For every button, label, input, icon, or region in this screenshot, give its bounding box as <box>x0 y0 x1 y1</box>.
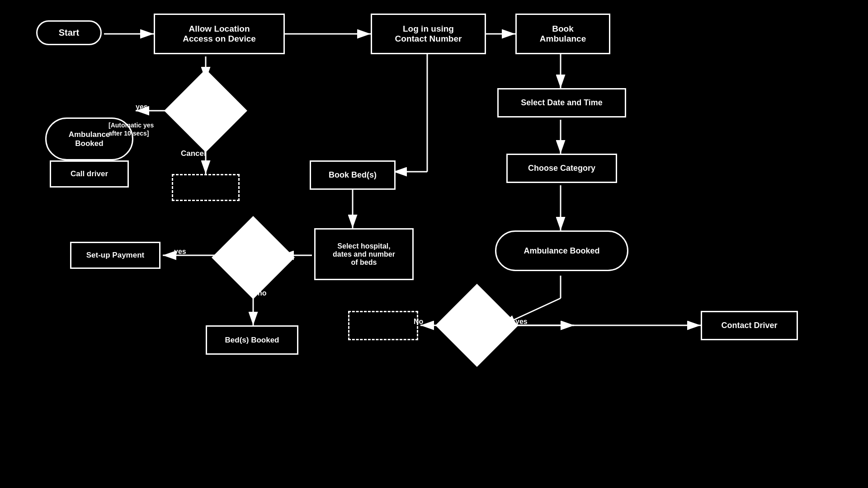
book-ambulance-node: Book Ambulance <box>515 14 610 54</box>
setup-payment-node: Set-up Payment <box>70 242 160 269</box>
select-date-label: Select Date and Time <box>521 98 603 108</box>
svg-rect-3 <box>212 216 295 299</box>
no-label-2: No <box>414 318 423 326</box>
ambulance-booked-right-label: Ambulance Booked <box>524 246 599 256</box>
svg-rect-2 <box>164 69 247 152</box>
cancel-label: Cancel <box>181 149 206 158</box>
allow-location-node: Allow Location Access on Device <box>154 14 285 54</box>
dashed-box-1 <box>172 174 240 201</box>
book-ambulance-label: Book Ambulance <box>540 24 586 44</box>
setup-payment-label: Set-up Payment <box>86 251 144 260</box>
auto-yes-label: [Automatic yesafter 10 secs] <box>108 121 154 137</box>
yes-label-1: yes <box>136 103 148 111</box>
yes-label-3: yes <box>515 318 528 326</box>
contact-driver-node: Contact Driver <box>701 311 798 340</box>
no-label: no <box>258 289 267 297</box>
start-label: Start <box>59 28 80 38</box>
beds-booked-label: Bed(s) Booked <box>225 336 279 345</box>
flowchart: Start Allow Location Access on Device Lo… <box>0 0 868 488</box>
login-node: Log in using Contact Number <box>371 14 486 54</box>
book-beds-node: Book Bed(s) <box>310 160 396 190</box>
login-label: Log in using Contact Number <box>395 24 462 44</box>
start-node: Start <box>36 20 102 45</box>
beds-booked-node: Bed(s) Booked <box>206 325 298 355</box>
ambulance-booked-right-node: Ambulance Booked <box>495 230 628 271</box>
allow-location-label: Allow Location Access on Device <box>183 24 256 44</box>
call-driver-label: Call driver <box>71 169 108 178</box>
dashed-box-2 <box>348 311 418 340</box>
choose-category-node: Choose Category <box>506 154 617 183</box>
choose-category-label: Choose Category <box>528 164 595 173</box>
book-beds-label: Book Bed(s) <box>329 170 377 180</box>
yes-label-2: yes <box>174 248 186 256</box>
call-driver-node: Call driver <box>50 160 129 188</box>
select-hospital-label: Select hospital, dates and number of bed… <box>333 242 395 267</box>
select-hospital-node: Select hospital, dates and number of bed… <box>314 228 414 280</box>
ambulance-booked-left-label: Ambulance Booked <box>69 130 110 148</box>
contact-driver-label: Contact Driver <box>721 321 777 330</box>
select-date-node: Select Date and Time <box>497 88 626 117</box>
svg-line-12 <box>502 298 561 325</box>
